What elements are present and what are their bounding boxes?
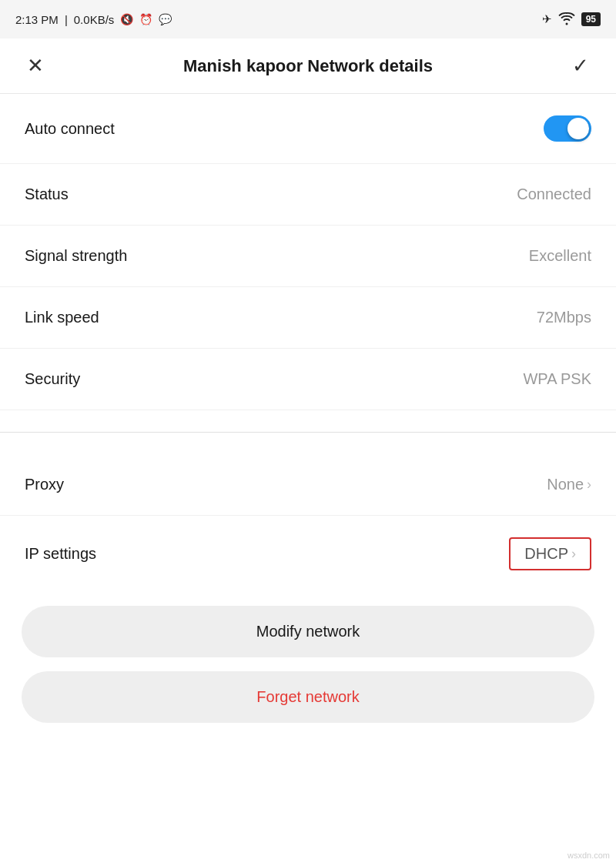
auto-connect-label: Auto connect: [25, 120, 115, 138]
security-value: WPA PSK: [523, 370, 591, 388]
confirm-button[interactable]: ✓: [567, 54, 594, 78]
toggle-knob: [567, 118, 589, 139]
watermark: wsxdn.com: [567, 851, 610, 860]
network-details-content: Auto connect Status Connected Signal str…: [0, 94, 616, 723]
section-gap-2: [0, 439, 616, 454]
link-speed-value: 72Mbps: [537, 309, 591, 326]
auto-connect-row: Auto connect: [0, 94, 616, 164]
security-row: Security WPA PSK: [0, 349, 616, 410]
forget-network-button[interactable]: Forget network: [22, 671, 594, 723]
message-icon: 💬: [159, 13, 172, 25]
proxy-row[interactable]: Proxy None ›: [0, 454, 616, 516]
status-label: Status: [25, 186, 69, 203]
signal-strength-value: Excellent: [529, 247, 591, 265]
status-value: Connected: [517, 186, 591, 203]
ip-settings-arrow: ›: [571, 546, 576, 562]
section-gap: [0, 410, 616, 426]
button-container: Modify network Forget network: [0, 592, 616, 723]
page-title: Manish kapoor Network details: [49, 56, 567, 76]
alarm-icon: ⏰: [139, 13, 152, 25]
proxy-arrow: ›: [587, 476, 591, 493]
ip-settings-row[interactable]: IP settings DHCP ›: [0, 516, 616, 592]
header: ✕ Manish kapoor Network details ✓: [0, 38, 616, 94]
airplane-icon: ✈: [542, 12, 552, 26]
status-bar-right: ✈ 95: [542, 12, 601, 28]
battery-icon: 95: [581, 12, 601, 26]
security-label: Security: [25, 370, 80, 388]
proxy-value[interactable]: None ›: [547, 476, 591, 493]
auto-connect-toggle[interactable]: [544, 115, 591, 142]
section-divider: [0, 432, 616, 433]
divider-label: |: [65, 13, 68, 26]
status-bar-left: 2:13 PM | 0.0KB/s 🔇 ⏰ 💬: [15, 13, 172, 26]
mute-icon: 🔇: [120, 13, 133, 25]
wifi-icon: [558, 12, 575, 28]
status-bar: 2:13 PM | 0.0KB/s 🔇 ⏰ 💬 ✈ 95: [0, 0, 616, 38]
close-button[interactable]: ✕: [22, 54, 49, 78]
signal-strength-label: Signal strength: [25, 247, 127, 265]
proxy-label: Proxy: [25, 476, 64, 493]
status-row: Status Connected: [0, 164, 616, 226]
ip-settings-value[interactable]: DHCP ›: [509, 537, 591, 570]
link-speed-label: Link speed: [25, 309, 99, 326]
speed-label: 0.0KB/s: [74, 13, 115, 26]
signal-strength-row: Signal strength Excellent: [0, 226, 616, 287]
modify-network-button[interactable]: Modify network: [22, 606, 594, 657]
link-speed-row: Link speed 72Mbps: [0, 287, 616, 349]
auto-connect-toggle-wrapper[interactable]: [544, 115, 591, 142]
time-label: 2:13 PM: [15, 13, 59, 26]
ip-settings-label: IP settings: [25, 545, 96, 563]
